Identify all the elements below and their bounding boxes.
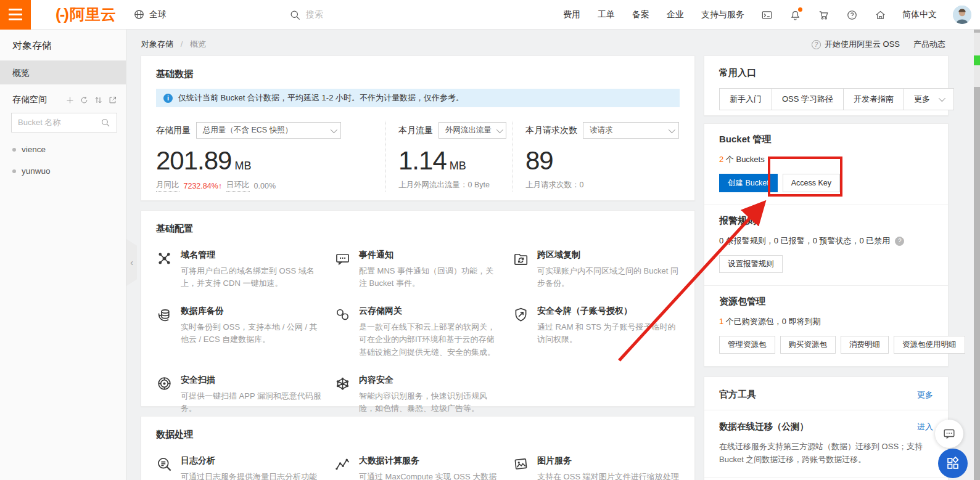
getting-started-link[interactable]: ? 开始使用阿里云 OSS (812, 39, 900, 50)
question-circle-icon: ? (812, 40, 821, 49)
topbar-nav-item-3[interactable]: 备案 (632, 9, 649, 20)
official-tools-title: 官方工具 (719, 389, 756, 401)
refresh-icon[interactable] (80, 96, 89, 105)
sidebar-collapse-handle[interactable]: ‹ (126, 239, 137, 286)
sort-icon[interactable] (94, 96, 103, 105)
hamburger-menu-button[interactable] (0, 0, 31, 30)
quick-entry-buttons: 新手入门OSS 学习路径开发者指南更多 (719, 88, 933, 110)
quick-entry-more-button[interactable]: 更多 (904, 88, 954, 110)
bucket-search-input[interactable]: Bucket 名称 (11, 113, 117, 132)
alarm-summary: 0 条报警规则，0 已报警，0 预警状态，0 已禁用 ? (719, 235, 933, 246)
resource-pkg-button-4[interactable]: 资源包使用明细 (894, 336, 965, 354)
quick-entry-button-1[interactable]: 新手入门 (719, 88, 772, 110)
stat-sub-segment: 上月请求次数：0 (525, 180, 583, 190)
language-selector[interactable]: 简体中文 (902, 9, 937, 20)
scrollbar-track[interactable] (974, 30, 980, 480)
feature-item-跨区域复制[interactable]: 跨区域复制可实现账户内不同区域之间的 Bucket 同步备份。 (513, 250, 680, 290)
bigdata-icon (334, 456, 351, 473)
oss-console-page: (-) 阿里云 全球 搜索 费用工单备案企业支持与服务 (0, 0, 980, 480)
feature-item-安全令牌（子账号授权）[interactable]: 安全令牌（子账号授权）通过 RAM 和 STS 为子账号授予临时的访问权限。 (513, 306, 680, 358)
feedback-chat-button[interactable] (935, 420, 963, 448)
plus-icon[interactable] (65, 96, 75, 105)
feature-item-域名管理[interactable]: 域名管理可将用户自己的域名绑定到 OSS 域名上，并支持 CDN 一键加速。 (156, 250, 323, 290)
feature-item-内容安全[interactable]: 内容安全智能内容识别服务，快速识别违规风险，如色情、暴恐、垃圾广告等。 (334, 375, 501, 415)
region-selector[interactable]: 全球 (133, 9, 167, 21)
avatar[interactable] (953, 6, 971, 24)
aliyun-logo[interactable]: (-) 阿里云 (56, 4, 116, 25)
feature-item-日志分析[interactable]: 日志分析可通过日志服务提供海量日志分析功能 (156, 455, 323, 480)
globe-icon (133, 9, 146, 21)
quick-entry-card: 常用入口 新手入门OSS 学习路径开发者指南更多 (704, 55, 949, 116)
stat-sub-segment: 7232.84%↑ (184, 182, 223, 190)
feature-item-事件通知[interactable]: 事件通知配置 MNS 事件通知（回调）功能，关注 Bucket 事件。 (334, 250, 501, 290)
basic-data-title: 基础数据 (156, 68, 680, 80)
app-launcher-button[interactable] (938, 449, 968, 478)
topbar-nav-item-2[interactable]: 工单 (598, 9, 615, 20)
quick-entry-button-3[interactable]: 开发者指南 (843, 88, 904, 110)
feature-desc: 配置 MNS 事件通知（回调）功能，关注 Bucket 事件。 (359, 265, 501, 290)
product-news-link[interactable]: 产品动态 (913, 39, 945, 50)
feature-item-安全扫描[interactable]: 安全扫描可提供一键扫描 APP 漏洞和恶意代码服务。 (156, 375, 323, 415)
feature-item-图片服务[interactable]: 图片服务支持在 OSS 端对图片文件进行缩放处理 (513, 455, 680, 480)
stat-sub-segment: 上月外网流出流量：0 Byte (398, 180, 490, 190)
feature-title: 大数据计算服务 (359, 455, 501, 466)
global-search-input[interactable]: 搜索 (289, 0, 323, 30)
stat-number: 201.89 (156, 146, 231, 175)
search-icon (289, 9, 301, 21)
replication-icon (513, 250, 529, 267)
feature-item-大数据计算服务[interactable]: 大数据计算服务可通过 MaxCompute 实现 OSS 大数据计算 (334, 455, 501, 480)
gateway-icon (334, 306, 351, 323)
chevron-down-icon (496, 126, 503, 132)
quick-entry-title: 常用入口 (719, 67, 933, 79)
expand-icon[interactable] (108, 96, 117, 105)
cart-icon[interactable] (817, 9, 830, 21)
stat-value: 201.89MB (156, 146, 385, 176)
topbar-nav-item-5[interactable]: 支持与服务 (701, 9, 744, 20)
sidebar: 对象存储 概览 存储空间 Bucket 名称 vienceyunwuo (0, 30, 126, 480)
migration-enter-link[interactable]: 进入 (917, 421, 933, 433)
feature-desc: 支持在 OSS 端对图片文件进行缩放处理 (537, 471, 679, 480)
breadcrumb-current: 概览 (190, 39, 206, 49)
stat-sub-segment: 月同比 (156, 180, 179, 192)
feature-desc: 是一款可在线下和云上部署的软网关，可在企业的内部IT环境和基于云的存储基础设施之… (359, 321, 501, 358)
access-key-button[interactable]: Access Key (783, 174, 840, 192)
quick-entry-label: 新手入门 (730, 94, 762, 105)
home-icon[interactable] (874, 9, 886, 21)
bucket-item-yunwuo[interactable]: yunwuo (0, 160, 126, 182)
stat-sub: 上月请求次数：0 (525, 180, 680, 190)
scrollbar-green-marker (974, 55, 980, 65)
event-icon (334, 250, 351, 267)
stat-1: 存储用量总用量（不含 ECS 快照）201.89MB月同比7232.84%↑日环… (156, 121, 385, 192)
basic-data-card: 基础数据 i 仅统计当前 Bucket 合计数据，平均延迟 1-2 小时。不作为… (141, 55, 695, 201)
quick-entry-button-2[interactable]: OSS 学习路径 (772, 88, 844, 110)
feature-title: 内容安全 (359, 375, 501, 386)
question-circle-icon[interactable]: ? (895, 237, 904, 246)
tools-more-link[interactable]: 更多 (917, 389, 933, 401)
feature-item-数据库备份[interactable]: 数据库备份实时备份到 OSS，支持本地 / 公网 / 其他云 / ECS 自建数… (156, 306, 323, 358)
help-icon[interactable] (846, 9, 858, 21)
topbar-nav-item-4[interactable]: 企业 (667, 9, 684, 20)
request-type-select[interactable]: 读请求 (583, 122, 679, 139)
terminal-icon[interactable] (760, 9, 773, 21)
topbar: (-) 阿里云 全球 搜索 费用工单备案企业支持与服务 (0, 0, 980, 30)
feature-item-云存储网关[interactable]: 云存储网关是一款可在线下和云上部署的软网关，可在企业的内部IT环境和基于云的存储… (334, 306, 501, 358)
traffic-type-select[interactable]: 外网流出流量 (439, 122, 506, 139)
storage-usage-select[interactable]: 总用量（不含 ECS 快照） (196, 122, 341, 139)
set-alarm-rules-button[interactable]: 设置报警规则 (719, 255, 783, 273)
resource-pkg-button-1[interactable]: 管理资源包 (719, 336, 775, 354)
bucket-item-vience[interactable]: vience (0, 139, 126, 160)
stat-2: 本月流量外网流出流量1.14MB上月外网流出流量：0 Byte (385, 121, 513, 192)
topbar-nav-item-1[interactable]: 费用 (563, 9, 580, 20)
resource-pkg-button-2[interactable]: 购买资源包 (780, 336, 836, 354)
breadcrumb-root[interactable]: 对象存储 (141, 39, 173, 49)
resource-pkg-button-3[interactable]: 消费明细 (841, 336, 889, 354)
create-bucket-button[interactable]: 创建 Bucket (719, 174, 778, 192)
sidebar-item-overview[interactable]: 概览 (0, 61, 126, 84)
feature-text: 内容安全智能内容识别服务，快速识别违规风险，如色情、暴恐、垃圾广告等。 (359, 375, 501, 415)
bell-icon[interactable] (789, 9, 801, 21)
feature-text: 安全扫描可提供一键扫描 APP 漏洞和恶意代码服务。 (181, 375, 323, 415)
feature-desc: 智能内容识别服务，快速识别违规风险，如色情、暴恐、垃圾广告等。 (359, 390, 501, 415)
stat-3: 本月请求次数读请求89上月请求次数：0 (513, 121, 680, 192)
grid-diamond-icon (945, 456, 960, 471)
feature-text: 大数据计算服务可通过 MaxCompute 实现 OSS 大数据计算 (359, 455, 501, 480)
